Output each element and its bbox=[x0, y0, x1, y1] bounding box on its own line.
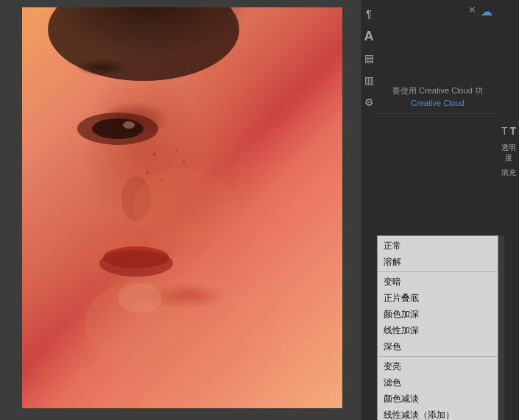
typography-tools-row: T T bbox=[501, 125, 516, 137]
blend-multiply[interactable]: 正片叠底 bbox=[378, 290, 498, 306]
blend-section-1: 正常 溶解 bbox=[378, 236, 498, 272]
blend-color-dodge[interactable]: 颜色减淡 bbox=[378, 391, 498, 407]
blend-normal[interactable]: 正常 bbox=[378, 238, 498, 254]
settings-icon[interactable]: ⚙ bbox=[361, 94, 377, 110]
cc-cloud-icon[interactable]: ☁ bbox=[481, 4, 492, 18]
blend-darker-color[interactable]: 深色 bbox=[378, 338, 498, 355]
blend-linear-burn[interactable]: 线性加深 bbox=[378, 322, 498, 338]
fill-label: 填充 bbox=[501, 168, 516, 178]
blend-section-3: 变亮 滤色 颜色减淡 线性减淡（添加） 浅色 bbox=[378, 357, 498, 420]
photo-container bbox=[22, 7, 342, 408]
app-container: ¶ A ▤ ▥ ⚙ ✕ ☁ 要使用 Creative Cloud 功 Creat… bbox=[0, 0, 519, 420]
opacity-label: 透明度 bbox=[498, 143, 519, 163]
blend-color-burn[interactable]: 颜色加深 bbox=[378, 306, 498, 322]
T-icon[interactable]: T bbox=[501, 125, 508, 137]
blend-dissolve[interactable]: 溶解 bbox=[378, 254, 498, 270]
blend-lighten[interactable]: 变亮 bbox=[378, 358, 498, 374]
text-tool-icon[interactable]: A bbox=[361, 28, 377, 44]
cc-header: ✕ ☁ bbox=[383, 4, 492, 18]
blend-mode-dropdown: 正常 溶解 变暗 正片叠底 颜色加深 线性加深 深色 变亮 滤色 颜色减淡 线性… bbox=[377, 235, 498, 420]
cc-link-text[interactable]: Creative Cloud bbox=[411, 99, 465, 107]
blend-section-2: 变暗 正片叠底 颜色加深 线性加深 深色 bbox=[378, 272, 498, 357]
blend-scrollbar[interactable] bbox=[498, 235, 504, 420]
blend-screen[interactable]: 滤色 bbox=[378, 374, 498, 391]
panels-area: ✕ ☁ 要使用 Creative Cloud 功 Creative Cloud … bbox=[377, 0, 498, 420]
cc-close-icon[interactable]: ✕ bbox=[468, 4, 476, 18]
T-bold-icon[interactable]: T bbox=[510, 125, 517, 137]
blend-mode-list: 正常 溶解 变暗 正片叠底 颜色加深 线性加深 深色 变亮 滤色 颜色减淡 线性… bbox=[377, 235, 498, 420]
stack-icon[interactable]: ▥ bbox=[361, 72, 377, 88]
cc-description: 要使用 Creative Cloud 功 Creative Cloud bbox=[383, 85, 492, 109]
creative-cloud-section: ✕ ☁ 要使用 Creative Cloud 功 Creative Cloud bbox=[377, 0, 498, 114]
svg-rect-17 bbox=[22, 7, 342, 408]
photo-background bbox=[22, 7, 342, 408]
layers-icon[interactable]: ▤ bbox=[361, 50, 377, 66]
canvas-area bbox=[0, 0, 361, 420]
blend-darken[interactable]: 变暗 bbox=[378, 274, 498, 290]
photo-svg bbox=[22, 7, 342, 408]
paragraph-tool-icon[interactable]: ¶ bbox=[361, 6, 377, 22]
cc-text-line1: 要使用 Creative Cloud 功 bbox=[392, 86, 483, 95]
blend-linear-dodge[interactable]: 线性减淡（添加） bbox=[378, 407, 498, 420]
left-toolbar: ¶ A ▤ ▥ ⚙ bbox=[361, 0, 377, 420]
